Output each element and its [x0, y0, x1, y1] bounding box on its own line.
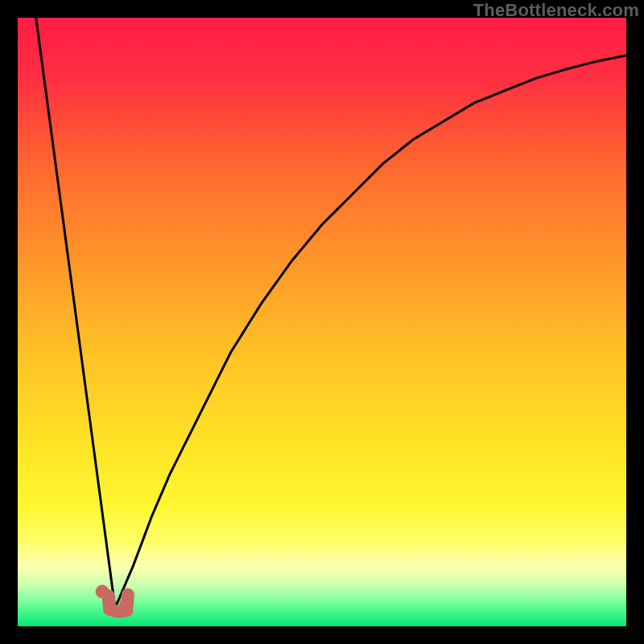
bottleneck-curve-left [36, 18, 115, 608]
watermark-text: TheBottleneck.com [473, 0, 639, 21]
dip-marker-left [96, 585, 109, 598]
chart-frame: TheBottleneck.com [0, 0, 644, 644]
dip-marker-right [120, 598, 133, 611]
plot-area [18, 18, 626, 626]
bottleneck-curve-right [115, 56, 626, 608]
curve-layer [18, 18, 626, 626]
